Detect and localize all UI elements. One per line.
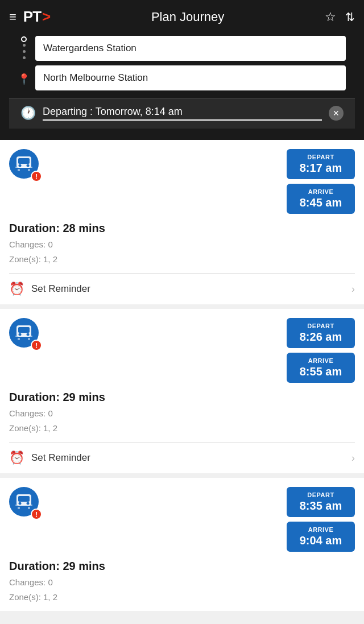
depart-button-1[interactable]: DEPART 8:17 am	[287, 149, 355, 179]
depart-button-2[interactable]: DEPART 8:26 am	[287, 318, 355, 348]
warning-badge-1: !	[31, 171, 42, 182]
chevron-right-1: ›	[351, 283, 355, 295]
journey-details-1: Duration: 28 mins Changes: 0 Zone(s): 1,…	[9, 220, 355, 273]
journey-card-3-top: ! DEPART 8:35 am ARRIVE 9:04 am	[9, 487, 355, 552]
svg-rect-13	[28, 338, 30, 340]
pt-logo-arrow: >	[42, 8, 51, 26]
svg-point-3	[27, 164, 30, 167]
alarm-icon-1: ⏰	[9, 282, 24, 296]
destination-indicator: 📍	[18, 71, 30, 85]
svg-rect-20	[28, 507, 30, 509]
connector-dot-2	[23, 50, 26, 53]
arrive-label-1: ARRIVE	[296, 188, 346, 195]
arrive-time-1: 8:45 am	[296, 196, 346, 209]
header-left: ≡ PT >	[9, 8, 51, 26]
destination-input[interactable]	[35, 65, 346, 90]
transport-icon-2: !	[9, 318, 43, 352]
time-buttons-2: DEPART 8:26 am ARRIVE 8:55 am	[287, 318, 355, 383]
set-reminder-2[interactable]: ⏰ Set Reminder ›	[9, 442, 355, 473]
depart-time-1: 8:17 am	[296, 162, 346, 175]
reminder-text-1: Set Reminder	[31, 283, 90, 295]
svg-rect-5	[18, 169, 20, 171]
train-svg-1	[14, 154, 34, 173]
swap-button[interactable]: ↕	[334, 35, 344, 56]
journey-card-2[interactable]: ! DEPART 8:26 am ARRIVE 8:55 am Duration…	[0, 309, 364, 473]
depart-button-3[interactable]: DEPART 8:35 am	[287, 487, 355, 517]
svg-rect-11	[15, 336, 32, 337]
header: ≡ PT > Plan Journey ☆ ⇅ 📍	[0, 0, 364, 140]
set-reminder-1[interactable]: ⏰ Set Reminder ›	[9, 273, 355, 304]
departing-bar[interactable]: 🕐 Departing : Tomorrow, 8:14 am ✕	[9, 98, 355, 129]
journey-meta-3: Changes: 0 Zone(s): 1, 2	[9, 575, 355, 604]
header-actions: ☆ ⇅	[325, 10, 355, 24]
swap-icon: ↕	[334, 35, 344, 56]
train-svg-2	[14, 323, 34, 342]
connector-dot-3	[23, 56, 26, 59]
journey-card-1-top: ! DEPART 8:17 am ARRIVE 8:45 am	[9, 149, 355, 214]
arrive-label-3: ARRIVE	[296, 526, 346, 533]
journey-details-2: Duration: 29 mins Changes: 0 Zone(s): 1,…	[9, 389, 355, 442]
alarm-icon-2: ⏰	[9, 451, 24, 465]
svg-rect-6	[28, 169, 30, 171]
svg-point-2	[19, 164, 22, 167]
journey-meta-1: Changes: 0 Zone(s): 1, 2	[9, 237, 355, 266]
transport-icon-1: !	[9, 149, 43, 183]
reminder-left-1: ⏰ Set Reminder	[9, 282, 90, 296]
hamburger-menu-icon[interactable]: ≡	[9, 10, 16, 24]
svg-rect-19	[18, 507, 20, 509]
svg-point-10	[27, 333, 30, 336]
origin-dot	[21, 36, 27, 42]
departing-text: Departing : Tomorrow, 8:14 am	[43, 106, 322, 121]
arrive-button-1[interactable]: ARRIVE 8:45 am	[287, 184, 355, 214]
connector-dot-1	[23, 44, 26, 47]
svg-rect-18	[15, 505, 32, 506]
depart-label-3: DEPART	[296, 491, 346, 498]
depart-time-2: 8:26 am	[296, 330, 346, 344]
svg-point-17	[27, 502, 30, 505]
journey-card-3[interactable]: ! DEPART 8:35 am ARRIVE 9:04 am Duration…	[0, 478, 364, 611]
journey-inputs: 📍 ↕	[9, 36, 355, 90]
train-svg-3	[14, 492, 34, 511]
journey-list: ! DEPART 8:17 am ARRIVE 8:45 am Duration…	[0, 140, 364, 611]
journey-zones-2: Zone(s): 1, 2	[9, 423, 57, 433]
journey-card-2-top: ! DEPART 8:26 am ARRIVE 8:55 am	[9, 318, 355, 383]
journey-details-3: Duration: 29 mins Changes: 0 Zone(s): 1,…	[9, 557, 355, 611]
origin-indicator	[18, 36, 30, 61]
warning-badge-3: !	[31, 509, 42, 520]
svg-rect-1	[18, 158, 30, 164]
arrive-label-2: ARRIVE	[296, 357, 346, 364]
favorites-icon[interactable]: ☆	[325, 10, 336, 24]
journey-duration-1: Duration: 28 mins	[9, 222, 355, 235]
warning-badge-2: !	[31, 340, 42, 351]
arrive-button-3[interactable]: ARRIVE 9:04 am	[287, 522, 355, 552]
filter-icon[interactable]: ⇅	[345, 10, 355, 24]
journey-changes-2: Changes: 0	[9, 408, 53, 418]
svg-rect-8	[18, 327, 30, 333]
page-title: Plan Journey	[51, 10, 325, 24]
reminder-text-2: Set Reminder	[31, 452, 90, 464]
departing-clear-button[interactable]: ✕	[329, 106, 344, 121]
journey-card-1[interactable]: ! DEPART 8:17 am ARRIVE 8:45 am Duration…	[0, 140, 364, 304]
journey-duration-3: Duration: 29 mins	[9, 560, 355, 573]
clock-icon: 🕐	[20, 106, 36, 121]
arrive-time-3: 9:04 am	[296, 534, 346, 547]
depart-label-1: DEPART	[296, 154, 346, 160]
destination-row: 📍	[18, 65, 346, 90]
svg-rect-4	[15, 167, 32, 168]
svg-rect-12	[18, 338, 20, 340]
origin-row	[18, 36, 346, 61]
pt-logo-text: PT	[23, 8, 41, 26]
reminder-left-2: ⏰ Set Reminder	[9, 451, 90, 465]
journey-changes-1: Changes: 0	[9, 239, 53, 249]
journey-meta-2: Changes: 0 Zone(s): 1, 2	[9, 406, 355, 435]
journey-zones-1: Zone(s): 1, 2	[9, 254, 57, 264]
origin-input[interactable]	[35, 36, 346, 61]
arrive-button-2[interactable]: ARRIVE 8:55 am	[287, 353, 355, 383]
time-buttons-3: DEPART 8:35 am ARRIVE 9:04 am	[287, 487, 355, 552]
chevron-right-2: ›	[351, 452, 355, 464]
depart-time-3: 8:35 am	[296, 499, 346, 513]
depart-label-2: DEPART	[296, 323, 346, 329]
svg-point-9	[19, 333, 22, 336]
pt-logo[interactable]: PT >	[23, 8, 51, 26]
header-top: ≡ PT > Plan Journey ☆ ⇅	[9, 8, 355, 26]
